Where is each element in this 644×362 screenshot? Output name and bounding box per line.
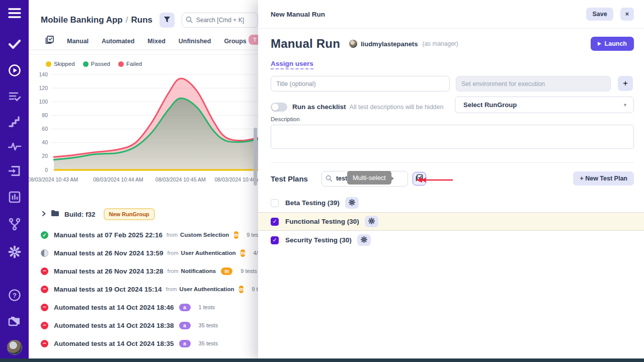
run-row[interactable]: Manual tests at 07 Feb 2025 22:16 from C… bbox=[41, 226, 258, 244]
tab-automated[interactable]: Automated bbox=[102, 38, 134, 45]
run-row[interactable]: Manual tests at 19 Oct 2024 15:14 from U… bbox=[41, 280, 258, 298]
modal-close-button[interactable]: × bbox=[620, 8, 634, 21]
test-plan-label[interactable]: Beta Testing (39) bbox=[285, 199, 340, 207]
gear-icon bbox=[368, 218, 375, 226]
run-type-badge: a bbox=[179, 322, 191, 329]
new-test-plan-button[interactable]: + New Test Plan bbox=[573, 171, 634, 186]
filter-button[interactable] bbox=[159, 13, 175, 28]
chart-legend: SkippedPassedFailed bbox=[29, 55, 258, 67]
branch-icon[interactable] bbox=[9, 218, 21, 233]
breadcrumb-project[interactable]: Mobile Banking App bbox=[41, 15, 123, 25]
environment-input[interactable] bbox=[456, 76, 611, 92]
menu-icon[interactable] bbox=[8, 7, 22, 21]
settings-gear-icon[interactable] bbox=[8, 245, 21, 260]
svg-text:120: 120 bbox=[39, 85, 48, 91]
run-row[interactable]: Manual tests at 26 Nov 2024 13:59 from U… bbox=[41, 244, 258, 262]
gear-icon bbox=[349, 199, 355, 207]
run-title[interactable]: Manual tests at 26 Nov 2024 13:28 bbox=[54, 267, 164, 275]
add-environment-button[interactable]: + bbox=[618, 76, 633, 91]
run-source[interactable]: User Authentication bbox=[180, 286, 234, 292]
svg-text:0: 0 bbox=[45, 167, 48, 173]
run-status-icon bbox=[41, 322, 48, 329]
test-plan-row[interactable]: Functional Testing (30) bbox=[258, 212, 644, 231]
run-from-label: from bbox=[168, 268, 179, 274]
run-title[interactable]: Automated tests at 14 Oct 2024 18:35 bbox=[54, 340, 174, 347]
run-title[interactable]: Manual tests at 19 Oct 2024 15:14 bbox=[54, 286, 162, 293]
run-type-badge: a bbox=[179, 340, 191, 347]
run-title[interactable]: Automated tests at 14 Oct 2024 18:46 bbox=[54, 304, 174, 311]
trash-tab-badge[interactable]: T bbox=[249, 35, 258, 45]
chevron-right-icon[interactable] bbox=[41, 210, 47, 219]
run-row[interactable]: Automated tests at 14 Oct 2024 18:46 a 1… bbox=[41, 298, 258, 316]
rungroup-select[interactable]: Select RunGroup ▼ bbox=[455, 97, 634, 113]
test-plan-checkbox[interactable] bbox=[271, 218, 279, 226]
test-plan-checkbox[interactable] bbox=[271, 199, 279, 207]
test-plan-row[interactable]: Beta Testing (39) bbox=[258, 194, 644, 212]
modal-header: New Manual Run Save × bbox=[258, 0, 644, 29]
test-plan-row[interactable]: Security Testing (30) bbox=[258, 231, 644, 249]
run-type-badge: m bbox=[240, 249, 245, 257]
projects-icon[interactable] bbox=[8, 315, 21, 329]
tab-mixed[interactable]: Mixed bbox=[147, 38, 165, 45]
activity-pulse-icon[interactable] bbox=[8, 142, 21, 153]
run-row[interactable]: Automated tests at 14 Oct 2024 18:35 a 3… bbox=[41, 334, 258, 352]
run-status-icon bbox=[41, 249, 48, 257]
panel-scrollbar[interactable] bbox=[254, 128, 257, 186]
tab-groups[interactable]: Groups bbox=[224, 38, 246, 45]
run-row[interactable]: Manual tests at 26 Nov 2024 13:28 from N… bbox=[41, 262, 258, 280]
run-from-label: from bbox=[167, 232, 178, 238]
test-plan-settings-button[interactable] bbox=[365, 216, 378, 227]
annotation-arrow bbox=[416, 176, 453, 185]
assign-users-link[interactable]: Assign users bbox=[271, 60, 313, 69]
run-title[interactable]: Manual tests at 07 Feb 2025 22:16 bbox=[54, 231, 163, 239]
run-test-count: 4/9 tests bbox=[253, 250, 258, 256]
app-sidebar: ? bbox=[0, 0, 29, 362]
funnel-icon bbox=[164, 16, 171, 25]
plans-list-icon[interactable] bbox=[9, 92, 21, 104]
run-title[interactable]: Manual tests at 26 Nov 2024 13:59 bbox=[54, 249, 164, 257]
all-runs-tab-icon[interactable] bbox=[45, 36, 54, 46]
run-as-checklist-toggle[interactable] bbox=[271, 103, 287, 112]
legend-passed[interactable]: Passed bbox=[83, 61, 110, 67]
test-plan-settings-button[interactable] bbox=[345, 197, 359, 209]
run-from-label: from bbox=[168, 250, 179, 256]
checklist-hint: All test descriptions will be hidden bbox=[350, 104, 444, 111]
svg-text:100: 100 bbox=[39, 99, 48, 105]
test-plan-label[interactable]: Security Testing (30) bbox=[285, 236, 352, 244]
page-title: Manual Run bbox=[271, 37, 340, 51]
user-avatar[interactable] bbox=[7, 340, 22, 355]
run-status-icon bbox=[41, 304, 48, 311]
gear-icon bbox=[361, 236, 367, 244]
run-source[interactable]: Notifications bbox=[181, 268, 216, 274]
legend-failed[interactable]: Failed bbox=[118, 61, 142, 67]
test-plan-label[interactable]: Functional Testing (30) bbox=[285, 218, 359, 225]
tests-check-icon[interactable] bbox=[9, 39, 21, 51]
svg-text:08/03/2024 10:45 AM: 08/03/2024 10:45 AM bbox=[155, 176, 206, 183]
rungroup-row[interactable]: Build: f32 New RunGroup bbox=[41, 207, 258, 222]
run-title-input[interactable] bbox=[271, 76, 450, 92]
tab-manual[interactable]: Manual bbox=[67, 38, 89, 45]
bottom-edge-strip bbox=[0, 358, 644, 362]
modal-title: New Manual Run bbox=[271, 11, 325, 18]
run-row[interactable]: Automated tests at 14 Oct 2024 18:38 a 3… bbox=[41, 316, 258, 334]
run-source[interactable]: Custom Selection bbox=[180, 232, 229, 238]
milestones-steps-icon[interactable] bbox=[9, 116, 21, 129]
run-test-count: 9 tests bbox=[247, 232, 258, 238]
save-button[interactable]: Save bbox=[586, 8, 613, 21]
description-textarea[interactable] bbox=[271, 125, 634, 149]
import-icon[interactable] bbox=[8, 165, 21, 178]
svg-text:08/03/2024 10:43 AM: 08/03/2024 10:43 AM bbox=[29, 176, 78, 183]
legend-skipped[interactable]: Skipped bbox=[46, 61, 75, 67]
tab-unfinished[interactable]: Unfinished bbox=[179, 38, 211, 45]
owner-chip[interactable]: liudmylastepanets (as manager) bbox=[349, 40, 458, 48]
launch-button[interactable]: Launch bbox=[591, 37, 634, 51]
help-icon[interactable]: ? bbox=[8, 289, 21, 304]
test-plan-settings-button[interactable] bbox=[357, 234, 371, 246]
analytics-icon[interactable] bbox=[9, 191, 21, 205]
run-title[interactable]: Automated tests at 14 Oct 2024 18:38 bbox=[54, 322, 174, 329]
runs-play-icon[interactable] bbox=[8, 64, 21, 79]
run-source[interactable]: User Authentication bbox=[181, 250, 236, 256]
toggle-knob bbox=[272, 104, 279, 111]
folder-icon bbox=[51, 210, 59, 219]
test-plan-checkbox[interactable] bbox=[271, 236, 279, 244]
